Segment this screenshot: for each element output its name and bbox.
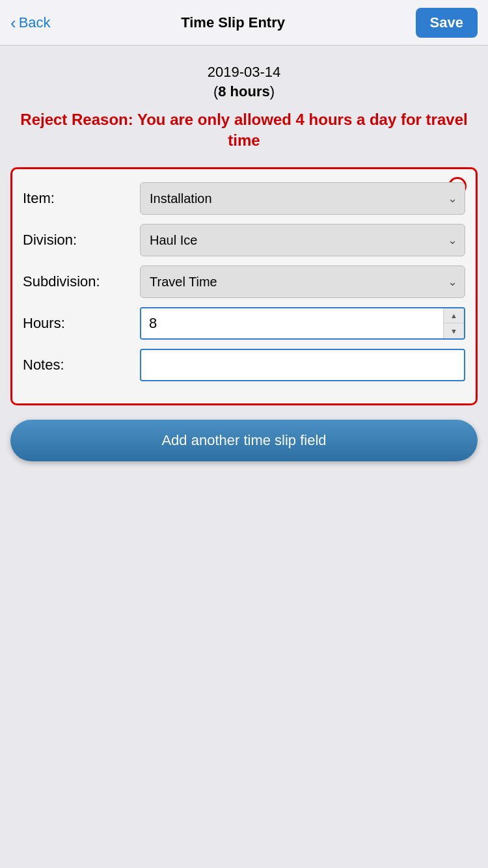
date-display: 2019-03-14 [10,64,478,81]
hours-display: (8 hours) [10,83,478,100]
item-label: Item: [23,190,140,207]
subdivision-row: Subdivision: Travel Time Regular Time Ov… [23,265,465,298]
subdivision-select-wrapper: Travel Time Regular Time Overtime ⌄ [140,265,465,298]
hours-input[interactable] [141,308,443,338]
division-select-wrapper: Haul Ice Operations Logistics ⌄ [140,224,465,256]
notes-label: Notes: [23,357,140,373]
notes-row: Notes: [23,349,465,381]
division-select[interactable]: Haul Ice Operations Logistics [140,224,465,256]
save-button[interactable]: Save [416,8,478,38]
subdivision-select[interactable]: Travel Time Regular Time Overtime [140,265,465,298]
chevron-left-icon: ‹ [10,14,16,31]
division-label: Division: [23,232,140,249]
main-content: 2019-03-14 (8 hours) Reject Reason: You … [0,46,488,472]
item-row: Item: Installation Service Repair ⌄ [23,182,465,215]
hours-row: Hours: ▲ ▼ [23,307,465,340]
page-title: Time Slip Entry [181,14,285,31]
back-button[interactable]: ‹ Back [10,14,51,31]
notes-input[interactable] [140,349,465,381]
hours-value: 8 hours [218,83,269,100]
subdivision-label: Subdivision: [23,273,140,290]
back-label: Back [19,14,51,31]
hours-label: Hours: [23,315,140,332]
add-time-slip-button[interactable]: Add another time slip field [10,420,478,461]
hours-increment-button[interactable]: ▲ [444,308,464,324]
time-slip-form-card: Item: Installation Service Repair ⌄ Divi… [10,167,478,405]
item-select-wrapper: Installation Service Repair ⌄ [140,182,465,215]
navigation-bar: ‹ Back Time Slip Entry Save [0,0,488,46]
hours-input-wrapper: ▲ ▼ [140,307,465,340]
item-select[interactable]: Installation Service Repair [140,182,465,215]
division-row: Division: Haul Ice Operations Logistics … [23,224,465,256]
hours-decrement-button[interactable]: ▼ [444,323,464,338]
reject-reason-text: Reject Reason: You are only allowed 4 ho… [10,109,478,152]
hours-spinner: ▲ ▼ [443,308,464,338]
